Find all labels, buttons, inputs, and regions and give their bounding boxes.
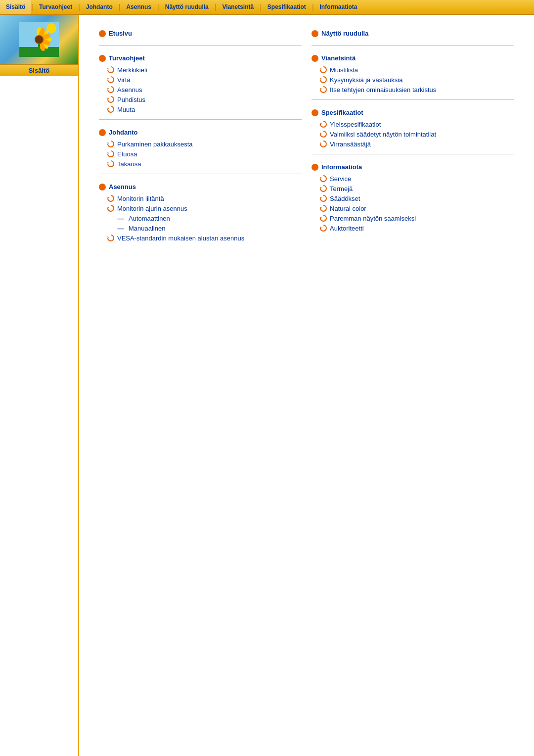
svg-marker-15 — [107, 78, 109, 80]
vianetsinta-label[interactable]: Vianetsintä — [321, 54, 356, 62]
g-icon-virransaastaja — [319, 140, 327, 148]
monitorin-liitanta-link[interactable]: Monitorin liitäntä — [117, 195, 164, 202]
natural-color-link[interactable]: Natural color — [330, 205, 366, 212]
svg-marker-19 — [107, 142, 109, 144]
g-icon-monitorin-liitanta — [107, 194, 115, 202]
section-heading-asennus: Asennus — [99, 178, 302, 190]
svg-point-12 — [36, 36, 43, 43]
service-link[interactable]: Service — [330, 175, 351, 183]
menu-item-itse[interactable]: Itse tehtyjen ominaisuuksien tarkistus — [312, 85, 514, 94]
svg-marker-31 — [320, 177, 322, 179]
yleisspesifikaatiot-link[interactable]: Yleisspesifikaatiot — [330, 121, 381, 128]
nav-item-turvaohjeet[interactable]: Turvaohjeet — [33, 0, 78, 14]
menu-item-takaosa[interactable]: Takaosa — [99, 159, 302, 169]
termeja-link[interactable]: Termejä — [330, 185, 353, 192]
g-icon-valmiiksi — [319, 130, 327, 138]
menu-item-kysymyksia[interactable]: Kysymyksiä ja vastauksia — [312, 75, 514, 85]
svg-marker-26 — [320, 78, 322, 80]
menu-item-etuosa[interactable]: Etuosa — [99, 149, 302, 159]
g-icon-puhdistus — [107, 95, 115, 103]
menu-item-muuta[interactable]: Muuta — [99, 104, 302, 114]
menu-item-termeja[interactable]: Termejä — [312, 184, 514, 193]
g-icon-etuosa — [107, 150, 115, 158]
menu-item-yleisspesifikaatiot[interactable]: Yleisspesifikaatiot — [312, 119, 514, 129]
manuaalinen-link[interactable]: Manuaalinen — [129, 225, 165, 232]
circle-icon-spesifikaatiot — [312, 109, 318, 116]
section-etusivu: Etusivu — [99, 25, 302, 46]
content-grid: Etusivu Turvaohjeet Merkkikieli — [94, 25, 519, 252]
johdanto-label[interactable]: Johdanto — [109, 129, 138, 136]
informaatiota-label[interactable]: Informaatiota — [321, 163, 362, 171]
nav-item-johdanto[interactable]: Johdanto — [80, 0, 119, 14]
itse-link[interactable]: Itse tehtyjen ominaisuuksien tarkistus — [330, 86, 436, 94]
svg-marker-14 — [107, 68, 109, 70]
saadokset-link[interactable]: Säädökset — [330, 195, 360, 202]
menu-item-monitorin-liitanta[interactable]: Monitorin liitäntä — [99, 193, 302, 203]
main-layout: Sisältö Etusivu Turvaohjeet — [0, 15, 534, 756]
nav-item-informaatiota[interactable]: Informaatiota — [314, 0, 363, 14]
menu-item-puhdistus[interactable]: Puhdistus — [99, 94, 302, 104]
section-heading-turvaohjeet: Turvaohjeet — [99, 49, 302, 62]
muuta-link[interactable]: Muuta — [117, 106, 135, 113]
monitorin-ajurin-link[interactable]: Monitorin ajurin asennus — [117, 205, 187, 212]
g-icon-takaosa — [107, 160, 115, 168]
nav-item-sisalto[interactable]: Sisältö — [0, 0, 31, 14]
menu-item-auktoriteetti[interactable]: Auktoriteetti — [312, 223, 514, 233]
puhdistus-link[interactable]: Puhdistus — [117, 96, 145, 103]
kysymyksia-link[interactable]: Kysymyksiä ja vastauksia — [330, 76, 402, 84]
valmiiksi-link[interactable]: Valmiiksi säädetyt näytön toimintatilat — [330, 131, 436, 138]
auktoriteetti-link[interactable]: Auktoriteetti — [330, 225, 364, 232]
muistilista-link[interactable]: Muistilista — [330, 66, 358, 74]
sunflower-icon — [19, 22, 59, 57]
menu-item-vesa[interactable]: VESA-standardin mukaisen alustan asennus — [99, 233, 302, 243]
menu-item-virta[interactable]: Virta — [99, 75, 302, 85]
menu-item-asennus-t[interactable]: Asennus — [99, 85, 302, 94]
purkaminen-link[interactable]: Purkaminen pakkauksesta — [117, 141, 192, 148]
section-heading-spesifikaatiot: Spesifikaatiot — [312, 104, 514, 116]
menu-item-purkaminen[interactable]: Purkaminen pakkauksesta — [99, 139, 302, 149]
asennus-t-link[interactable]: Asennus — [117, 86, 142, 94]
menu-item-monitorin-ajurin[interactable]: Monitorin ajurin asennus — [99, 203, 302, 213]
nav-bar: Sisältö | Turvaohjeet | Johdanto | Asenn… — [0, 0, 534, 15]
asennus-label[interactable]: Asennus — [109, 183, 136, 190]
content-col-1: Etusivu Turvaohjeet Merkkikieli — [94, 25, 307, 252]
svg-marker-21 — [107, 162, 109, 164]
sidebar: Sisältö — [0, 15, 79, 756]
menu-item-service[interactable]: Service — [312, 174, 514, 184]
automaattinen-link[interactable]: Automaattinen — [129, 215, 170, 222]
dash-icon-manuaalinen: — — [117, 224, 125, 232]
circle-icon-johdanto — [99, 129, 106, 136]
spesifikaatiot-label[interactable]: Spesifikaatiot — [321, 109, 363, 116]
naytto-label[interactable]: Näyttö ruudulla — [321, 30, 368, 37]
vesa-link[interactable]: VESA-standardin mukaisen alustan asennus — [117, 235, 244, 242]
virta-link[interactable]: Virta — [117, 76, 131, 84]
menu-item-valmiiksi[interactable]: Valmiiksi säädetyt näytön toimintatilat — [312, 129, 514, 139]
menu-item-merkkikieli[interactable]: Merkkikieli — [99, 65, 302, 75]
section-spesifikaatiot: Spesifikaatiot Yleisspesifikaatiot Valmi… — [312, 104, 514, 154]
takaosa-link[interactable]: Takaosa — [117, 160, 141, 168]
menu-item-virransaastaja[interactable]: Virransäästäjä — [312, 139, 514, 149]
svg-marker-33 — [320, 197, 322, 198]
menu-item-paremman[interactable]: Paremman näytön saamiseksi — [312, 213, 514, 223]
menu-item-automaattinen[interactable]: — Automaattinen — [99, 213, 302, 223]
svg-marker-24 — [107, 236, 109, 238]
paremman-link[interactable]: Paremman näytön saamiseksi — [330, 215, 416, 222]
menu-item-manuaalinen[interactable]: — Manuaalinen — [99, 223, 302, 233]
content-col-2: Näyttö ruudulla Vianetsintä Muistilista — [307, 25, 519, 252]
nav-item-asennus[interactable]: Asennus — [120, 0, 157, 14]
svg-rect-13 — [38, 44, 40, 50]
menu-item-natural-color[interactable]: Natural color — [312, 203, 514, 213]
etuosa-link[interactable]: Etuosa — [117, 150, 137, 158]
nav-item-naytto[interactable]: Näyttö ruudulla — [159, 0, 215, 14]
etusivu-label[interactable]: Etusivu — [109, 30, 132, 37]
menu-item-saadokset[interactable]: Säädökset — [312, 193, 514, 203]
nav-item-vianetsinta[interactable]: Vianetsintä — [216, 0, 260, 14]
turvaohjeet-label[interactable]: Turvaohjeet — [109, 54, 145, 62]
g-icon-saadokset — [319, 194, 327, 202]
sidebar-label: Sisältö — [0, 64, 78, 76]
merkkikieli-link[interactable]: Merkkikieli — [117, 66, 147, 74]
nav-item-spesifikaatiot[interactable]: Spesifikaatiot — [262, 0, 312, 14]
virransaastaja-link[interactable]: Virransäästäjä — [330, 141, 371, 148]
section-heading-johdanto: Johdanto — [99, 124, 302, 136]
menu-item-muistilista[interactable]: Muistilista — [312, 65, 514, 75]
